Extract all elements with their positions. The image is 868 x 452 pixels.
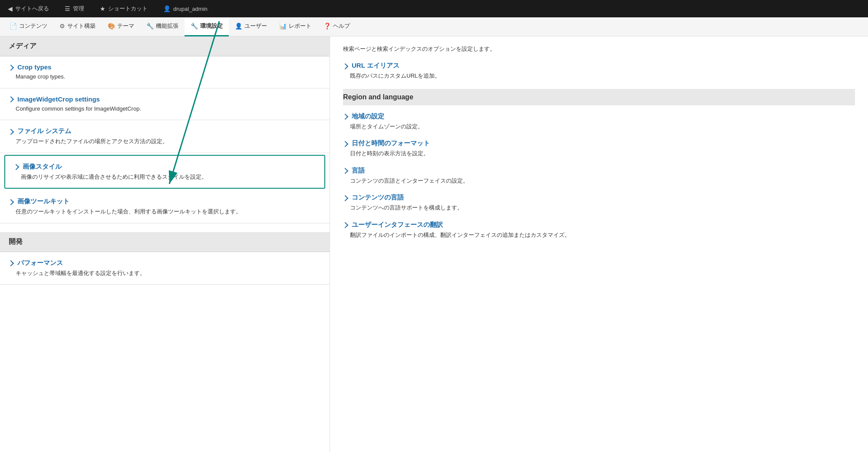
report-icon: 📊 <box>279 23 287 29</box>
config-icon: 🔧 <box>191 23 198 29</box>
people-icon: 👤 <box>235 23 242 29</box>
right-column: 検索ページと検索インデックスのオプションを設定します。 URL エイリアス 既存… <box>330 36 868 452</box>
help-icon: ❓ <box>323 23 331 29</box>
date-time-link[interactable]: 日付と時間のフォーマット <box>343 139 855 147</box>
chevron-icon-r6 <box>342 222 348 228</box>
chevron-icon-r3 <box>342 141 348 147</box>
extend-icon: 🔧 <box>146 23 154 29</box>
file-system-item: ファイル システム アップロードされたファイルの場所とアクセス方法の設定。 <box>0 120 330 153</box>
shortcuts-menu[interactable]: ★ ショートカット <box>96 5 151 13</box>
manage-menu[interactable]: ☰ 管理 <box>61 5 88 13</box>
chevron-icon-5 <box>8 199 14 205</box>
region-language-header: Region and language <box>343 89 855 105</box>
crop-types-link[interactable]: Crop types <box>9 63 321 71</box>
image-styles-desc: 画像のリサイズや表示域に適合させるために利用できるスタイルを設定。 <box>14 173 316 181</box>
image-styles-item: 画像スタイル 画像のリサイズや表示域に適合させるために利用できるスタイルを設定。 <box>4 155 325 189</box>
left-column: メディア Crop types Manage crop types. Image… <box>0 36 330 452</box>
back-icon: ◀ <box>8 5 13 12</box>
image-styles-link[interactable]: 画像スタイル <box>14 163 316 171</box>
chevron-icon <box>8 64 14 70</box>
performance-item: パフォーマンス キャッシュと帯域幅を最適化する設定を行います。 <box>0 252 330 285</box>
structure-icon: ⚙ <box>59 23 65 29</box>
image-toolkit-item: 画像ツールキット 任意のツールキットをインストールした場合、利用する画像ツールキ… <box>0 190 330 223</box>
content-language-item: コンテンツの言語 コンテンツへの言語サポートを構成します。 <box>343 193 855 212</box>
image-toolkit-desc: 任意のツールキットをインストールした場合、利用する画像ツールキットを選択します。 <box>9 207 321 216</box>
theme-icon: 🎨 <box>108 23 115 29</box>
main-nav: 📄 コンテンツ ⚙ サイト構築 🎨 テーマ 🔧 機能拡張 🔧 環境設定 👤 ユー… <box>0 17 868 36</box>
chevron-icon-2 <box>8 96 14 102</box>
admin-bar: ◀ サイトへ戻る ☰ 管理 ★ ショートカット 👤 drupal_admin <box>0 0 868 17</box>
nav-extend[interactable]: 🔧 機能拡張 <box>140 17 185 36</box>
regional-settings-link[interactable]: 地域の設定 <box>343 112 855 121</box>
image-widget-crop-desc: Configure common settings for ImageWidge… <box>9 105 321 113</box>
star-icon: ★ <box>100 5 106 12</box>
image-widget-crop-link[interactable]: ImageWidgetCrop settings <box>9 95 321 103</box>
language-link[interactable]: 言語 <box>343 167 855 175</box>
nav-theme[interactable]: 🎨 テーマ <box>102 17 140 36</box>
chevron-icon-r5 <box>342 195 348 201</box>
back-to-site[interactable]: ◀ サイトへ戻る <box>4 5 53 13</box>
ui-translation-desc: 翻訳ファイルのインポートの構成、翻訳インターフェイスの追加またはカスタマイズ。 <box>343 231 855 239</box>
content-language-link[interactable]: コンテンツの言語 <box>343 193 855 202</box>
date-time-desc: 日付と時刻の表示方法を設定。 <box>343 149 855 158</box>
chevron-icon-r4 <box>342 168 348 174</box>
right-top-description: 検索ページと検索インデックスのオプションを設定します。 <box>343 45 855 53</box>
url-alias-desc: 既存のパスにカスタムURLを追加。 <box>343 72 855 80</box>
dev-section-header: 開発 <box>0 232 330 252</box>
nav-content[interactable]: 📄 コンテンツ <box>3 17 53 36</box>
media-section-header: メディア <box>0 36 330 56</box>
date-time-item: 日付と時間のフォーマット 日付と時刻の表示方法を設定。 <box>343 139 855 158</box>
chevron-icon-r2 <box>342 114 348 120</box>
menu-icon: ☰ <box>65 5 70 12</box>
regional-settings-desc: 場所とタイムゾーンの設定。 <box>343 122 855 131</box>
nav-config[interactable]: 🔧 環境設定 <box>185 17 229 36</box>
ui-translation-item: ユーザーインタフェースの翻訳 翻訳ファイルのインポートの構成、翻訳インターフェイ… <box>343 221 855 239</box>
content-area: メディア Crop types Manage crop types. Image… <box>0 36 868 452</box>
nav-reports[interactable]: 📊 レポート <box>273 17 317 36</box>
chevron-icon-r1 <box>342 63 348 69</box>
content-icon: 📄 <box>10 23 17 29</box>
performance-desc: キャッシュと帯域幅を最適化する設定を行います。 <box>9 269 321 278</box>
crop-types-desc: Manage crop types. <box>9 72 321 81</box>
nav-user[interactable]: 👤 ユーザー <box>229 17 273 36</box>
file-system-desc: アップロードされたファイルの場所とアクセス方法の設定。 <box>9 137 321 146</box>
url-alias-item: URL エイリアス 既存のパスにカスタムURLを追加。 <box>343 62 855 80</box>
performance-link[interactable]: パフォーマンス <box>9 259 321 267</box>
crop-types-item: Crop types Manage crop types. <box>0 56 330 88</box>
chevron-icon-4 <box>13 164 19 170</box>
url-alias-link[interactable]: URL エイリアス <box>343 62 855 70</box>
content-language-desc: コンテンツへの言語サポートを構成します。 <box>343 203 855 212</box>
chevron-icon-3 <box>8 128 14 134</box>
file-system-link[interactable]: ファイル システム <box>9 127 321 135</box>
user-icon: 👤 <box>163 5 171 12</box>
nav-site-structure[interactable]: ⚙ サイト構築 <box>53 17 102 36</box>
nav-help[interactable]: ❓ ヘルプ <box>317 17 356 36</box>
ui-translation-link[interactable]: ユーザーインタフェースの翻訳 <box>343 221 855 229</box>
image-toolkit-link[interactable]: 画像ツールキット <box>9 197 321 206</box>
language-item: 言語 コンテンツの言語とインターフェイスの設定。 <box>343 167 855 185</box>
regional-settings-item: 地域の設定 場所とタイムゾーンの設定。 <box>343 112 855 131</box>
image-widget-crop-item: ImageWidgetCrop settings Configure commo… <box>0 88 330 121</box>
chevron-icon-6 <box>8 260 14 266</box>
user-menu[interactable]: 👤 drupal_admin <box>160 5 211 12</box>
language-desc: コンテンツの言語とインターフェイスの設定。 <box>343 177 855 185</box>
